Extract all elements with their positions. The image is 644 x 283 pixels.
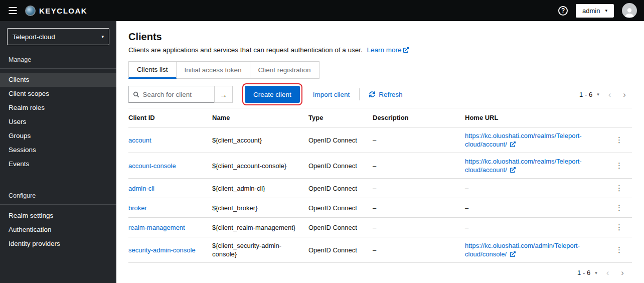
pagination-dropdown[interactable]: 1 - 6 ▾ (576, 89, 602, 100)
client-id-link[interactable]: account-console (128, 162, 176, 170)
kebab-menu-icon[interactable]: ⋮ (612, 222, 626, 233)
client-name: ${client_realm-management} (212, 218, 308, 237)
client-id-cell: broker (128, 198, 212, 218)
main-content: Clients Clients are applications and ser… (116, 21, 644, 283)
client-type: OpenID Connect (308, 179, 373, 198)
pagination-prev-icon[interactable]: ‹ (602, 89, 617, 100)
tab-initial-access-token[interactable]: Initial access token (177, 61, 250, 79)
home-url-link[interactable]: https://kc.oluoshati.com/realms/Teleport… (465, 158, 582, 174)
pagination-next-icon[interactable]: › (617, 89, 632, 100)
user-menu[interactable]: admin ▾ (576, 4, 614, 18)
table-row: realm-management${client_realm-managemen… (128, 218, 632, 237)
avatar[interactable] (622, 3, 637, 18)
sidebar-item-events[interactable]: Events (0, 157, 116, 171)
client-id-link[interactable]: account (128, 136, 151, 144)
refresh-label: Refresh (379, 91, 402, 98)
tabs: Clients listInitial access tokenClient r… (128, 61, 632, 79)
header: KEYCLOAK ? admin ▾ (0, 0, 644, 21)
external-link-icon (403, 47, 409, 53)
sidebar-item-groups[interactable]: Groups (0, 129, 116, 143)
sidebar-item-client-scopes[interactable]: Client scopes (0, 87, 116, 101)
help-icon[interactable]: ? (558, 6, 568, 16)
client-name: ${client_account} (212, 127, 308, 153)
column-header-description: Description (373, 108, 465, 127)
kebab-menu-icon[interactable]: ⋮ (612, 202, 626, 213)
tab-clients-list[interactable]: Clients list (128, 61, 177, 79)
toolbar-divider (359, 88, 360, 100)
client-id-cell: account-console (128, 153, 212, 179)
learn-more-link[interactable]: Learn more (367, 46, 409, 54)
hamburger-menu-icon[interactable] (4, 2, 21, 19)
keycloak-logo: KEYCLOAK (25, 6, 87, 16)
table-row: admin-cli${client_admin-cli}OpenID Conne… (128, 179, 632, 198)
client-id-link[interactable]: realm-management (128, 224, 185, 231)
home-url-cell: https://kc.oluoshati.com/realms/Teleport… (465, 153, 612, 179)
pagination-next-icon[interactable]: › (615, 267, 630, 278)
header-right: ? admin ▾ (558, 3, 637, 18)
client-description: – (373, 218, 465, 237)
client-description: – (373, 237, 465, 263)
client-description: – (373, 153, 465, 179)
table-row: account${client_account}OpenID Connect–h… (128, 127, 632, 153)
pagination-prev-icon[interactable]: ‹ (600, 267, 615, 278)
create-client-button[interactable]: Create client (245, 86, 300, 103)
sidebar-item-realm-roles[interactable]: Realm roles (0, 101, 116, 115)
client-type: OpenID Connect (308, 198, 373, 218)
home-url-link[interactable]: https://kc.oluoshati.com/admin/Teleport-… (465, 242, 580, 258)
client-id-link[interactable]: admin-cli (128, 185, 154, 192)
page-body: Teleport-cloud ▾ ManageClientsClient sco… (0, 21, 644, 283)
sidebar-item-users[interactable]: Users (0, 115, 116, 129)
chevron-down-icon: ▾ (605, 8, 607, 13)
row-actions-cell: ⋮ (612, 127, 632, 153)
home-url-link[interactable]: https://kc.oluoshati.com/realms/Teleport… (465, 132, 582, 148)
sidebar: Teleport-cloud ▾ ManageClientsClient sco… (0, 21, 116, 283)
search-submit-button[interactable]: → (214, 86, 233, 103)
kebab-menu-icon[interactable]: ⋮ (612, 134, 626, 146)
client-name: ${client_account-console} (212, 153, 308, 179)
sidebar-item-sessions[interactable]: Sessions (0, 143, 116, 157)
search-icon (133, 91, 139, 98)
client-type: OpenID Connect (308, 218, 373, 237)
nav-section-title: Manage (0, 56, 116, 69)
kebab-menu-icon[interactable]: ⋮ (612, 244, 626, 255)
kebab-menu-icon[interactable]: ⋮ (612, 183, 626, 194)
refresh-link[interactable]: Refresh (369, 91, 402, 98)
home-url-cell: https://kc.oluoshati.com/realms/Teleport… (465, 127, 612, 153)
client-description: – (373, 127, 465, 153)
client-type: OpenID Connect (308, 127, 373, 153)
kebab-menu-icon[interactable]: ⋮ (612, 160, 626, 171)
chevron-down-icon: ▾ (597, 92, 599, 97)
sidebar-item-authentication[interactable]: Authentication (0, 223, 116, 237)
column-header-name: Name (212, 108, 308, 127)
client-description: – (373, 179, 465, 198)
client-id-cell: admin-cli (128, 179, 212, 198)
nav-section-title: Configure (0, 192, 116, 205)
sidebar-item-clients[interactable]: Clients (0, 73, 116, 87)
realm-selector[interactable]: Teleport-cloud ▾ (7, 28, 109, 45)
pagination-top: 1 - 6 ▾ ‹ › (576, 89, 632, 100)
search-input[interactable] (142, 91, 210, 98)
clients-table: Client IDNameTypeDescriptionHome URL acc… (128, 108, 632, 263)
nav-section-manage: ManageClientsClient scopesRealm rolesUse… (0, 56, 116, 171)
sidebar-item-realm-settings[interactable]: Realm settings (0, 209, 116, 223)
pagination-dropdown[interactable]: 1 - 6 ▾ (574, 267, 600, 278)
client-id-cell: account (128, 127, 212, 153)
tab-client-registration[interactable]: Client registration (250, 61, 319, 79)
pagination-bottom: 1 - 6 ▾ ‹ › (128, 267, 630, 278)
client-id-link[interactable]: security-admin-console (128, 246, 196, 254)
table-row: broker${client_broker}OpenID Connect––⋮ (128, 198, 632, 218)
import-client-link[interactable]: Import client (313, 91, 350, 98)
home-url-cell: – (465, 179, 612, 198)
toolbar: → Create client Import client Refresh 1 … (128, 86, 632, 103)
row-actions-cell: ⋮ (612, 179, 632, 198)
nav-sections: ManageClientsClient scopesRealm rolesUse… (0, 56, 116, 251)
home-url-cell: – (465, 198, 612, 218)
client-id-cell: realm-management (128, 218, 212, 237)
client-type: OpenID Connect (308, 237, 373, 263)
client-id-cell: security-admin-console (128, 237, 212, 263)
client-id-link[interactable]: broker (128, 204, 147, 212)
keycloak-admin-console: KEYCLOAK ? admin ▾ Teleport-cloud ▾ Mana… (0, 0, 644, 283)
sidebar-item-identity-providers[interactable]: Identity providers (0, 237, 116, 251)
realm-selector-label: Teleport-cloud (13, 33, 55, 41)
row-actions-cell: ⋮ (612, 198, 632, 218)
